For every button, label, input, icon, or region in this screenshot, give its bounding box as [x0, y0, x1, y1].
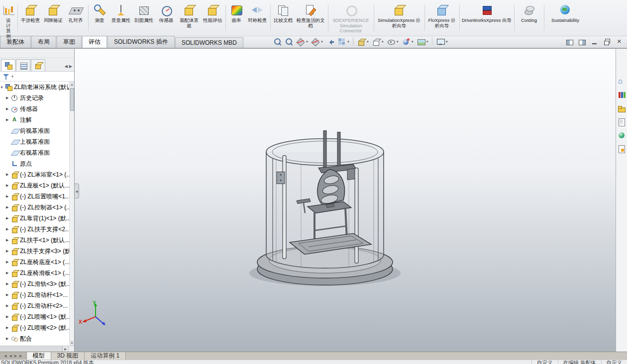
ribbon-button[interactable]: 孔对齐 ▼ — [65, 1, 87, 34]
expand-arrow-icon[interactable] — [6, 183, 11, 187]
ribbon-button[interactable]: 剖面属性 ▼ — [132, 1, 155, 34]
expand-arrow-icon[interactable] — [6, 293, 11, 297]
ribbon-button[interactable]: 性能评估 ▼ — [201, 1, 224, 34]
tree-item[interactable]: ZL扶手支撑<3> (默 — [0, 246, 69, 257]
tree-item[interactable]: ZL座板<1> (默认... — [0, 180, 69, 191]
tab-scroll-prev-icon[interactable]: ◀ — [9, 354, 11, 358]
view-tool-button[interactable]: ▼ — [311, 37, 324, 47]
status-segment[interactable]: 自定义 — [601, 360, 627, 364]
ribbon-button[interactable]: Sustainability ▼ — [545, 1, 585, 34]
tree-item[interactable]: ZL扶手<1> (默认... — [0, 235, 69, 246]
scrollbar-thumb[interactable] — [0, 346, 63, 352]
task-pane-button[interactable] — [617, 77, 627, 86]
tree-item[interactable]: ZL座椅底座<1> (... — [0, 257, 69, 268]
expand-arrow-icon[interactable] — [6, 238, 11, 242]
tree-item[interactable]: (-) ZL后置喷嘴<1... — [0, 191, 69, 202]
tree-item[interactable]: 上视基准面 — [0, 136, 69, 147]
tree-item[interactable]: (-) ZL扶手支撑<2... — [0, 224, 69, 235]
tree-vertical-scrollbar[interactable]: ▲ ▼ — [69, 82, 74, 346]
panel-tab[interactable] — [1, 59, 15, 71]
filter-dropdown-arrow-icon[interactable]: ▼ — [11, 75, 14, 78]
tree-item[interactable]: 右视基准面 — [0, 147, 69, 158]
ribbon-button[interactable]: 测量 ▼ — [90, 1, 109, 34]
tree-horizontal-scrollbar[interactable]: ▶ — [0, 346, 74, 352]
ribbon-button[interactable]: 设计算例 ▼ — [1, 1, 16, 34]
expand-arrow-icon[interactable] — [6, 216, 11, 220]
command-tab[interactable]: 草图 — [57, 36, 82, 48]
ribbon-button[interactable]: Costing ▼ — [516, 1, 542, 34]
tree-item[interactable]: (-) ZL淋浴室<1> (... — [0, 169, 69, 180]
minimize-icon[interactable] — [590, 38, 599, 46]
ribbon-button[interactable]: 比较文档 ▼ — [272, 1, 295, 34]
tree-item[interactable]: 注解 — [0, 114, 69, 125]
ribbon-button[interactable]: 检查激活的文档 ▼ — [295, 1, 326, 34]
expand-arrow-icon[interactable] — [6, 107, 11, 111]
assembly-model[interactable] — [75, 49, 616, 352]
ribbon-button[interactable]: 干涉检查 ▼ — [19, 1, 42, 34]
view-tool-button[interactable]: ▼ — [401, 37, 415, 47]
ribbon-button[interactable]: 装配体直观 ▼ — [177, 1, 201, 34]
expand-arrow-icon[interactable] — [6, 315, 11, 319]
tree-item[interactable]: 历史记录 — [0, 92, 69, 103]
view-tool-button[interactable]: ▼ — [356, 37, 370, 47]
command-tab[interactable]: SOLIDWORKS MBD — [175, 37, 243, 48]
expand-arrow-icon[interactable] — [6, 96, 11, 100]
scroll-up-icon[interactable]: ▲ — [70, 82, 74, 87]
tree-item[interactable]: ZL座椅滑板<1> (... — [0, 268, 69, 278]
ribbon-button[interactable]: 对称检查 ▼ — [246, 1, 269, 34]
expand-arrow-icon[interactable] — [6, 249, 11, 253]
pin-left-icon[interactable] — [565, 38, 574, 46]
expand-arrow-icon[interactable] — [6, 260, 11, 264]
ribbon-button[interactable]: 间隙验证 ▼ — [42, 1, 65, 34]
view-tool-button[interactable]: ▼ — [325, 37, 335, 47]
status-segment[interactable]: 在编辑 装配体 — [558, 360, 601, 364]
tab-scroll-next-icon[interactable]: ▶ — [14, 354, 17, 358]
document-tab[interactable]: 运动算例 1 — [85, 352, 126, 360]
task-pane-button[interactable] — [617, 130, 627, 140]
tree-item[interactable]: (-) ZL滑轨<3> (默... — [0, 278, 69, 289]
scrollbar-thumb[interactable] — [70, 88, 74, 111]
tree-item[interactable]: (-) ZL喷嘴<1> (默... — [0, 311, 69, 322]
task-pane-button[interactable] — [617, 90, 627, 99]
expand-arrow-icon[interactable] — [6, 118, 11, 122]
expand-arrow-icon[interactable] — [6, 194, 11, 198]
expand-arrow-icon[interactable] — [6, 271, 11, 275]
command-tab[interactable]: 评估 — [82, 36, 107, 48]
ribbon-button[interactable]: FloXpress 分析向导 ▼ — [426, 1, 458, 34]
panel-tab[interactable] — [16, 59, 30, 71]
tree-item[interactable]: ZL助老淋浴系统 (默认 — [0, 82, 69, 92]
task-pane-button[interactable] — [617, 144, 627, 153]
panel-tab[interactable] — [31, 59, 45, 71]
graphics-viewport[interactable]: Y X ◀ — [75, 49, 616, 352]
status-segment[interactable]: 自定义 — [531, 360, 558, 364]
ribbon-button[interactable]: 3DEXPERIENCE Simulation Connector ▼ — [329, 1, 372, 34]
view-tool-button[interactable]: ▼ — [386, 37, 400, 47]
task-pane-button[interactable] — [617, 117, 627, 126]
tab-scroll-last-icon[interactable]: ▶ — [19, 354, 22, 358]
panel-tab-next-icon[interactable]: ▶ — [69, 64, 72, 69]
ribbon-button[interactable]: SimulationXpress 分析向导 ▼ — [375, 1, 423, 34]
scroll-right-icon[interactable]: ▶ — [63, 346, 69, 352]
close-icon[interactable] — [615, 38, 624, 46]
expand-arrow-icon[interactable] — [6, 227, 11, 231]
document-tab[interactable]: 模型 — [27, 352, 51, 360]
view-tool-button[interactable]: ▼ — [435, 37, 449, 47]
view-tool-button[interactable]: ▼ — [371, 37, 385, 47]
view-tool-button[interactable]: ▼ — [337, 37, 350, 47]
filter-funnel-icon[interactable] — [2, 73, 9, 80]
command-tab[interactable]: 布局 — [31, 36, 56, 48]
expand-arrow-icon[interactable] — [0, 86, 5, 89]
tree-item[interactable]: 传感器 — [0, 103, 69, 114]
expand-arrow-icon[interactable] — [6, 304, 11, 308]
tree-item[interactable]: 前视基准面 — [0, 125, 69, 136]
ribbon-button[interactable]: DriveWorksXpress 向导 ▼ — [461, 1, 513, 34]
panel-collapse-handle[interactable]: ◀ — [75, 183, 79, 198]
tree-item[interactable]: (-) ZL滑动杆<2>... — [0, 300, 69, 311]
ribbon-button[interactable]: 传感器 ▼ — [155, 1, 177, 34]
view-tool-button[interactable]: ▼ — [284, 37, 294, 47]
command-tab[interactable]: SOLIDWORKS 插件 — [107, 36, 175, 48]
restore-down-icon[interactable] — [603, 38, 612, 46]
tab-scroll-first-icon[interactable]: ◀ — [4, 354, 6, 358]
expand-arrow-icon[interactable] — [6, 173, 11, 177]
expand-arrow-icon[interactable] — [6, 205, 11, 209]
